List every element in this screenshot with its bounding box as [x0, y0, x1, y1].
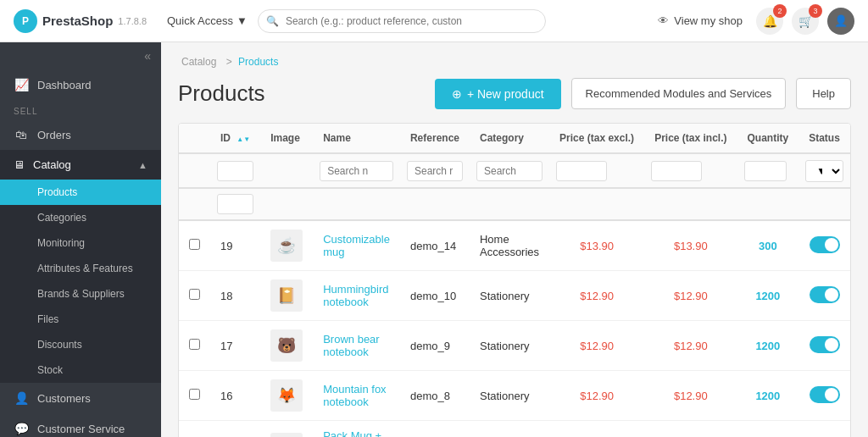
product-name-link[interactable]: Brown bear notebook [323, 333, 379, 358]
sidebar-item-attributes[interactable]: Attributes & Features [0, 256, 161, 281]
col-actions: Actions [850, 124, 851, 153]
row-price-excl: $12.90 [549, 271, 644, 321]
row-status [798, 371, 850, 421]
row-name: Customizable mug [313, 220, 400, 271]
row-id: 16 [210, 371, 260, 421]
row-name: Mountain fox notebook [313, 371, 400, 421]
global-search-input[interactable] [258, 9, 546, 33]
row-actions: ✏ ⋮ [850, 371, 851, 421]
user-avatar-button[interactable]: 👤 [827, 8, 854, 35]
price-incl-value: $12.90 [674, 290, 708, 302]
logo-text: PrestaShop [42, 14, 113, 28]
breadcrumb-separator: > [226, 56, 235, 68]
filter-id-input-1[interactable] [217, 161, 253, 181]
row-actions: ✏ ⋮ [850, 421, 851, 438]
filter-row-2 [179, 188, 851, 220]
sidebar-item-brands[interactable]: Brands & Suppliers [0, 281, 161, 307]
product-name-link[interactable]: Mountain fox notebook [323, 383, 386, 408]
sidebar-item-stock[interactable]: Stock [0, 357, 161, 383]
customer-service-label: Customer Service [37, 423, 125, 435]
product-image: ☕ [270, 230, 303, 262]
status-toggle[interactable] [810, 286, 840, 303]
sidebar-item-customer-service[interactable]: 💬 Customer Service [0, 413, 161, 437]
sidebar-item-customers[interactable]: 👤 Customers [0, 383, 161, 413]
filter-price-excl-input[interactable] [556, 161, 607, 181]
row-quantity: 100 [737, 421, 799, 438]
customers-label: Customers [37, 392, 91, 405]
sidebar-item-monitoring[interactable]: Monitoring [0, 230, 161, 256]
view-shop-button[interactable]: 👁 View my shop [658, 14, 743, 27]
row-quantity: 1200 [737, 321, 799, 371]
row-checkbox[interactable] [189, 389, 200, 400]
row-price-incl: $35.00 [644, 421, 737, 438]
row-reference: demo_14 [400, 220, 470, 271]
filter-price-incl-input[interactable] [651, 161, 702, 181]
catalog-icon: 🖥 [14, 158, 25, 171]
row-checkbox[interactable] [189, 239, 200, 250]
row-status [798, 421, 850, 438]
table-row: 19 ☕ Customizable mug demo_14 Home Acces… [179, 220, 851, 271]
products-table-body: 19 ☕ Customizable mug demo_14 Home Acces… [179, 220, 851, 437]
help-button[interactable]: Help [796, 78, 851, 109]
row-price-excl: $12.90 [549, 371, 644, 421]
sidebar-collapse-button[interactable]: « [144, 49, 151, 63]
sidebar-item-orders[interactable]: 🛍 Orders [0, 119, 161, 150]
price-incl-value: $12.90 [674, 390, 708, 402]
status-toggle[interactable] [810, 386, 840, 403]
top-navigation: P PrestaShop 1.7.8.8 Quick Access ▼ 🔍 👁 … [0, 0, 868, 42]
status-toggle[interactable] [810, 236, 840, 253]
filter-id-input-2[interactable] [217, 194, 253, 214]
price-excl-value: $12.90 [580, 290, 614, 302]
breadcrumb-products[interactable]: Products [238, 56, 278, 68]
table-row: 15 🖼️ Pack Mug + Framed poster demo_21 H… [179, 421, 851, 438]
row-checkbox[interactable] [189, 339, 200, 350]
price-incl-value: $13.90 [674, 240, 708, 252]
col-category: Category [470, 124, 549, 153]
product-name-link[interactable]: Hummingbird notebook [323, 283, 388, 308]
customers-icon: 👤 [14, 391, 29, 405]
filter-reference-input[interactable] [407, 161, 463, 181]
dashboard-icon: 📈 [14, 78, 29, 91]
filter-name-input[interactable] [320, 161, 393, 181]
product-image: 🦊 [270, 379, 303, 412]
row-reference: demo_21 [400, 421, 470, 438]
col-id[interactable]: ID ▲▼ [210, 124, 260, 153]
catalog-label: Catalog [33, 158, 71, 171]
notifications-button[interactable]: 🔔 2 [756, 8, 783, 35]
sidebar-catalog-parent[interactable]: 🖥 Catalog ▲ [0, 150, 161, 180]
product-name-link[interactable]: Pack Mug + Framed poster [323, 429, 381, 437]
sidebar-item-files[interactable]: Files [0, 307, 161, 332]
filter-category-input[interactable] [476, 161, 542, 181]
sidebar: « 📈 Dashboard SELL 🛍 Orders 🖥 Catalog ▲ … [0, 42, 161, 437]
filter-status-select[interactable]: ▼ Active Inactive [805, 160, 843, 182]
recommended-modules-button[interactable]: Recommended Modules and Services [571, 78, 787, 109]
price-excl-value: $12.90 [580, 390, 614, 402]
row-category: Stationery [470, 321, 549, 371]
row-image: 🖼️ [260, 421, 313, 438]
logo-icon: P [14, 9, 37, 33]
sidebar-item-discounts[interactable]: Discounts [0, 332, 161, 357]
cart-button[interactable]: 🛒 3 [792, 8, 819, 35]
orders-label: Orders [37, 129, 71, 141]
sidebar-item-dashboard[interactable]: 📈 Dashboard [0, 69, 161, 100]
row-checkbox[interactable] [189, 289, 200, 300]
status-toggle[interactable] [810, 336, 840, 353]
price-incl-value: $12.90 [674, 340, 708, 352]
cart-badge: 3 [809, 4, 822, 18]
row-image: 🐻 [260, 321, 313, 371]
product-name-link[interactable]: Customizable mug [323, 233, 390, 258]
sell-section-label: SELL [0, 100, 161, 119]
quick-access-button[interactable]: Quick Access ▼ [167, 14, 248, 27]
row-category: Stationery [470, 271, 549, 321]
row-actions: ✏ ⋮ [850, 321, 851, 371]
row-status [798, 220, 850, 271]
row-quantity: 300 [737, 220, 799, 271]
row-price-excl: $35.00 [549, 421, 644, 438]
sidebar-item-products[interactable]: Products [0, 180, 161, 205]
product-image: 🖼️ [270, 433, 303, 438]
new-product-button[interactable]: ⊕ + New product [435, 79, 561, 109]
filter-quantity-input[interactable] [744, 161, 787, 181]
sidebar-item-categories[interactable]: Categories [0, 205, 161, 230]
row-id: 17 [210, 321, 260, 371]
product-image: 🐻 [270, 329, 303, 362]
